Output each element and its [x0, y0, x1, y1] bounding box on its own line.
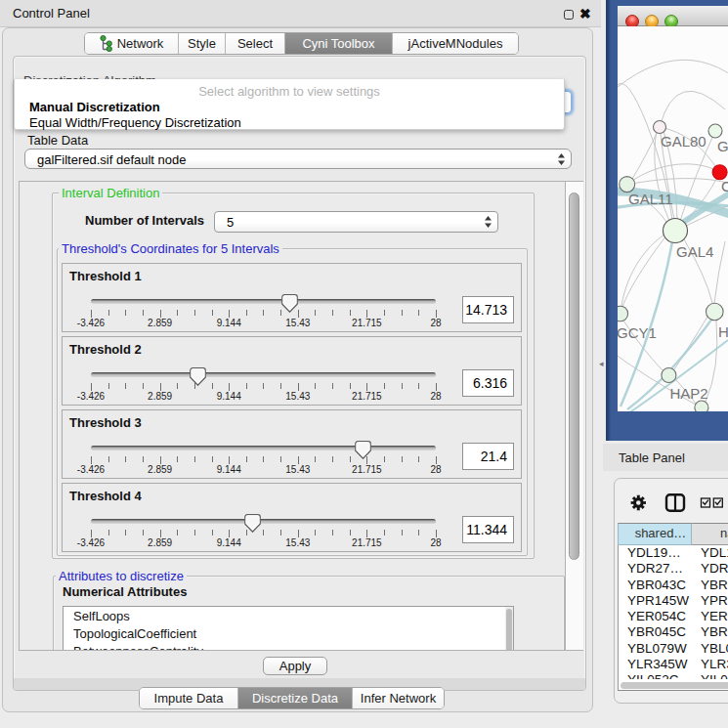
svg-text:GA: GA [717, 138, 728, 154]
svg-text:HAP2: HAP2 [670, 385, 708, 402]
svg-text:GAL4: GAL4 [676, 243, 713, 260]
svg-text:GAL80: GAL80 [661, 133, 707, 150]
svg-text:GAL11: GAL11 [628, 191, 673, 207]
svg-text:HI: HI [718, 323, 728, 340]
svg-text:CY: CY [721, 178, 728, 194]
svg-text:GCY1: GCY1 [618, 324, 657, 341]
